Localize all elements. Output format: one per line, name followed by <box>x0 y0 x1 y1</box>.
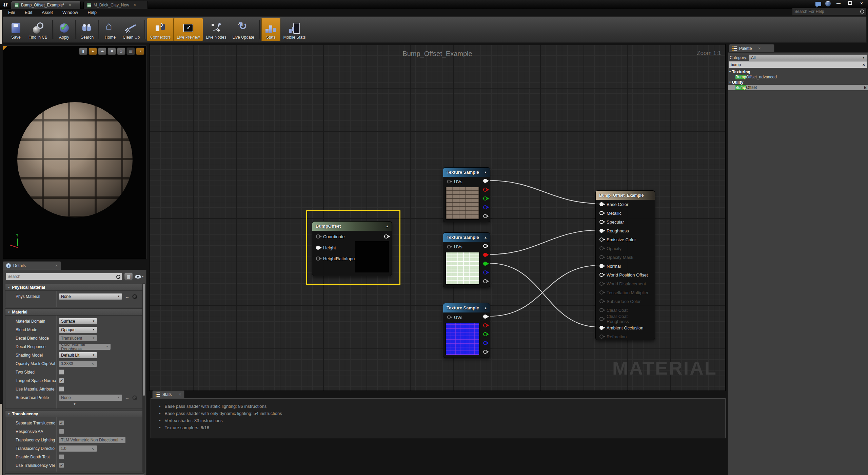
clean-up-button[interactable]: Clean Up <box>120 18 143 41</box>
find-in-cb-button[interactable]: Find in CB <box>25 18 51 41</box>
bump-offset-node[interactable]: BumpOffset ▲ Coordinate Height HeightRat… <box>312 221 392 276</box>
section-header-material[interactable]: ▾ Material <box>5 308 144 316</box>
two-sided-checkbox[interactable] <box>59 369 64 375</box>
home-button[interactable]: Home <box>101 18 120 41</box>
material-preview-viewport[interactable]: ▮ ● ◆ ■ ♨ ▦ ◔ Y <box>3 45 146 259</box>
live-nodes-button[interactable]: Live Nodes <box>203 18 230 41</box>
menu-edit[interactable]: Edit <box>20 10 37 15</box>
texture-sample-node-diffuse[interactable]: Texture Sample ▲ UVs <box>443 167 490 222</box>
browse-magnifier-icon[interactable] <box>132 294 137 299</box>
input-pin-roughness[interactable] <box>599 229 604 233</box>
section-header-translucency[interactable]: ▾ Translucency <box>5 410 144 417</box>
close-icon[interactable]: × <box>179 392 181 397</box>
menu-help[interactable]: Help <box>83 10 101 15</box>
search-button[interactable]: Search <box>78 18 97 41</box>
output-pin-r[interactable] <box>483 188 487 192</box>
output-pin[interactable] <box>384 234 388 239</box>
output-pin-rgb[interactable] <box>483 244 487 248</box>
details-tab[interactable]: i Details × <box>3 261 61 270</box>
output-pin-rgb[interactable] <box>483 315 487 319</box>
input-pin-uvs[interactable] <box>447 316 451 319</box>
preview-shape-plane-button[interactable]: ◆ <box>98 48 106 55</box>
live-update-button[interactable]: Live Update <box>230 18 257 41</box>
output-pin-b[interactable] <box>483 205 487 209</box>
preview-shape-cube-button[interactable]: ■ <box>107 48 116 55</box>
use-material-attributes-checkbox[interactable] <box>59 386 64 392</box>
palette-item-bumpoffset[interactable]: BumpOffset B <box>728 85 868 90</box>
collapse-arrow-icon[interactable]: ▲ <box>484 235 487 239</box>
live-preview-toggle-button[interactable]: Live Preview <box>174 18 203 41</box>
output-pin-a[interactable] <box>483 350 487 354</box>
input-pin-uvs[interactable] <box>447 180 451 184</box>
menu-file[interactable]: File <box>3 10 20 15</box>
texture-sample-node-mask[interactable]: Texture Sample ▲ UVs <box>443 232 490 287</box>
preview-shape-teapot-button[interactable]: ♨ <box>117 48 125 55</box>
view-options-button[interactable]: ▾ <box>135 275 143 279</box>
input-pin-height-ratio-input[interactable] <box>316 256 320 261</box>
preview-sphere-mesh[interactable] <box>17 102 133 217</box>
palette-group-utility[interactable]: ▾ Utility <box>728 80 868 85</box>
node-header[interactable]: BumpOffset ▲ <box>312 222 392 231</box>
output-pin-b[interactable] <box>483 341 487 345</box>
help-search-input[interactable] <box>794 9 860 14</box>
close-icon[interactable]: × <box>69 3 71 7</box>
palette-item-bumpoffset-advanced[interactable]: BumpOffset_advanced <box>728 74 868 80</box>
close-window-button[interactable]: × <box>858 1 865 6</box>
preview-realtime-button[interactable]: ◔ <box>136 48 144 55</box>
input-pin-height[interactable] <box>316 246 320 250</box>
feedback-bubble-icon[interactable] <box>815 2 821 6</box>
input-pin-emissive-color[interactable] <box>599 238 604 242</box>
input-pin-base-color[interactable] <box>599 202 604 206</box>
minimize-button[interactable]: — <box>835 1 842 6</box>
main-material-node[interactable]: Bump_Offset_Example Base Color Metallic … <box>595 190 655 340</box>
material-domain-dropdown[interactable]: Surface▼ <box>59 318 97 324</box>
asset-tab-m-brick-clay-new[interactable]: M_Brick_Clay_New × <box>83 1 148 9</box>
output-pin-b[interactable] <box>483 270 487 274</box>
menu-asset[interactable]: Asset <box>37 10 58 15</box>
palette-search-input[interactable] <box>731 62 862 67</box>
category-dropdown[interactable]: All ▼ <box>749 55 867 61</box>
menu-window[interactable]: Window <box>58 10 83 15</box>
node-header[interactable]: Texture Sample ▲ <box>443 233 490 242</box>
output-pin-g[interactable] <box>483 332 487 336</box>
output-pin-g[interactable] <box>483 262 487 266</box>
input-pin-uvs[interactable] <box>447 245 451 249</box>
output-pin-rgb[interactable] <box>483 179 487 183</box>
stats-tab[interactable]: Stats × <box>152 391 184 398</box>
save-button[interactable]: Save <box>6 18 25 41</box>
output-pin-g[interactable] <box>483 196 487 201</box>
input-pin-metallic[interactable] <box>599 211 604 215</box>
output-pin-r[interactable] <box>483 253 487 257</box>
output-pin-r[interactable] <box>483 323 487 327</box>
node-header[interactable]: Texture Sample ▲ <box>443 168 490 177</box>
shading-model-dropdown[interactable]: Default Lit▼ <box>59 352 97 358</box>
node-header[interactable]: Texture Sample ▲ <box>443 303 490 312</box>
blend-mode-dropdown[interactable]: Opaque▼ <box>59 327 97 333</box>
tangent-space-normal-checkbox[interactable]: ✓ <box>59 378 64 383</box>
input-pin-normal[interactable] <box>599 264 604 268</box>
mobile-stats-button[interactable]: Mobile Stats <box>280 18 309 41</box>
collapse-arrow-icon[interactable]: ▲ <box>484 306 487 310</box>
output-pin-a[interactable] <box>483 279 487 283</box>
close-icon[interactable]: × <box>55 263 58 268</box>
input-pin-coordinate[interactable] <box>316 234 320 239</box>
use-selected-arrow-icon[interactable]: ← <box>125 294 130 299</box>
output-pin-a[interactable] <box>483 214 487 218</box>
scrollbar-thumb[interactable] <box>143 284 145 396</box>
collapse-arrow-icon[interactable]: ▲ <box>484 170 487 174</box>
input-pin-specular[interactable] <box>599 220 604 224</box>
asset-tab-bump-offset-example[interactable]: Bump_Offset_Example* × <box>11 1 81 9</box>
details-search-input[interactable] <box>7 274 116 279</box>
section-header-physical-material[interactable]: ▾ Physical Material <box>5 284 144 291</box>
close-icon[interactable]: × <box>134 3 136 7</box>
preview-tessellation-button[interactable]: ▦ <box>126 48 135 55</box>
palette-group-texturing[interactable]: ▾ Texturing <box>728 69 868 74</box>
material-graph-canvas[interactable]: Bump_Offset_Example Zoom 1:1 MATERIAL Bu… <box>149 44 726 391</box>
texture-sample-node-normal[interactable]: Texture Sample ▲ UVs <box>443 303 490 358</box>
palette-tab[interactable]: Palette × <box>729 44 774 52</box>
input-pin-ambient-occlusion[interactable] <box>599 326 604 330</box>
property-matrix-button[interactable]: ▦ <box>124 273 133 280</box>
section-header-translucency-self-shadowing[interactable]: ▾ Translucency Self Shadowing <box>5 473 144 475</box>
clear-search-icon[interactable]: × <box>862 62 865 67</box>
ue-swirl-icon[interactable] <box>825 1 831 6</box>
